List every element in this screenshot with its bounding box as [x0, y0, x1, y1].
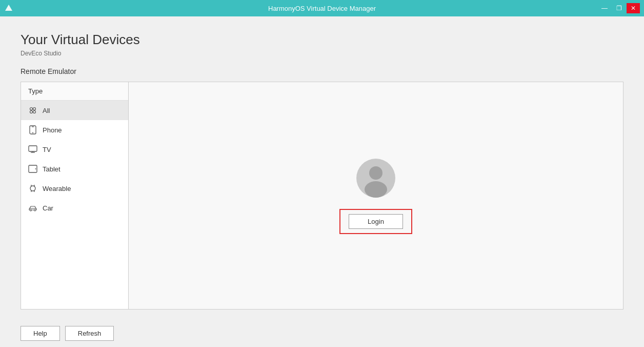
title-bar: HarmonyOS Virtual Device Manager — ❐ ✕ [0, 0, 644, 16]
login-button[interactable]: Login [349, 214, 403, 229]
svg-point-3 [30, 111, 33, 113]
help-button[interactable]: Help [21, 326, 60, 341]
device-panel: Type All [21, 82, 623, 310]
all-icon [28, 106, 37, 115]
main-content: Your Virtual Devices DevEco Studio Remot… [0, 16, 644, 320]
tv-icon [28, 145, 37, 154]
svg-rect-8 [29, 146, 37, 151]
phone-icon [28, 125, 37, 134]
bottom-bar: Help Refresh [0, 320, 644, 347]
restore-button[interactable]: ❐ [612, 3, 626, 13]
svg-point-1 [30, 108, 33, 110]
car-icon [28, 203, 37, 213]
type-item-tablet-label: Tablet [43, 165, 61, 173]
window-controls: — ❐ ✕ [598, 3, 640, 13]
type-item-all[interactable]: All [21, 101, 128, 120]
app-icon [4, 4, 13, 13]
svg-marker-0 [5, 5, 12, 11]
window-title: HarmonyOS Virtual Device Manager [268, 5, 376, 12]
type-item-phone-label: Phone [43, 126, 62, 134]
wearable-icon [28, 184, 37, 193]
svg-point-12 [35, 168, 36, 169]
page-title: Your Virtual Devices [21, 32, 623, 48]
title-bar-left [4, 4, 13, 13]
svg-point-19 [34, 209, 36, 211]
type-list: Type All [21, 82, 129, 309]
type-item-car-label: Car [43, 204, 53, 212]
minimize-button[interactable]: — [598, 3, 611, 13]
type-item-tv-label: TV [43, 146, 51, 153]
close-button[interactable]: ✕ [627, 3, 640, 13]
type-item-all-label: All [43, 107, 50, 114]
svg-point-4 [33, 111, 36, 113]
type-item-wearable[interactable]: Wearable [21, 179, 128, 198]
type-list-header: Type [21, 82, 128, 101]
avatar-icon [355, 158, 396, 199]
page-subtitle: DevEco Studio [21, 50, 623, 57]
svg-point-18 [30, 209, 32, 211]
type-item-wearable-label: Wearable [43, 185, 71, 192]
svg-point-6 [32, 132, 33, 133]
svg-point-23 [365, 181, 387, 198]
content-area: Login [129, 82, 623, 309]
tablet-icon [28, 164, 37, 174]
type-item-phone[interactable]: Phone [21, 120, 128, 140]
svg-point-22 [369, 166, 383, 180]
login-button-wrapper: Login [339, 209, 412, 234]
refresh-button[interactable]: Refresh [65, 326, 114, 341]
type-item-tablet[interactable]: Tablet [21, 159, 128, 179]
svg-point-2 [33, 108, 36, 110]
type-item-car[interactable]: Car [21, 198, 128, 218]
svg-rect-13 [30, 186, 35, 191]
type-item-tv[interactable]: TV [21, 140, 128, 159]
section-title: Remote Emulator [21, 67, 623, 75]
